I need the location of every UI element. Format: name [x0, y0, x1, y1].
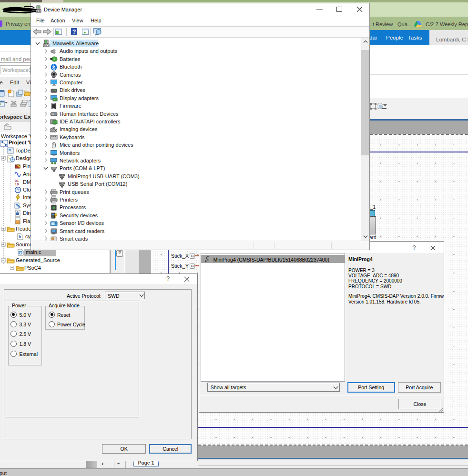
svg-text:c: c — [20, 251, 22, 255]
svg-text:?: ? — [72, 29, 76, 35]
svg-text:10: 10 — [15, 182, 19, 186]
svg-text:h: h — [19, 234, 21, 239]
